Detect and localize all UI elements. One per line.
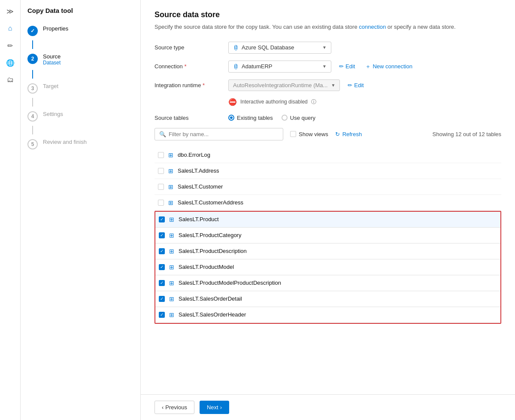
sidebar-step-review[interactable]: 5 Review and finish [21, 134, 140, 154]
table-checkbox-5[interactable]: ✓ [159, 232, 165, 238]
filter-input[interactable] [169, 131, 279, 137]
briefcase-icon[interactable]: 🗂 [3, 72, 18, 88]
table-name-8: SalesLT.ProductModelProductDescription [179, 280, 281, 286]
page-description: Specify the source data store for the co… [154, 23, 501, 31]
table-row[interactable]: ✓ ⊞ SalesLT.ProductModel [155, 259, 500, 275]
main-content: Source data store Specify the source dat… [141, 0, 515, 420]
refresh-button[interactable]: ↻ Refresh [335, 131, 362, 137]
table-row[interactable]: ⊞ SalesLT.CustomerAddress [154, 195, 501, 211]
table-icon-0: ⊞ [168, 152, 173, 158]
previous-label: Previous [165, 404, 187, 411]
filter-input-container[interactable]: 🔍 [154, 128, 283, 140]
table-checkbox-0[interactable] [158, 152, 164, 158]
table-name-3: SalesLT.CustomerAddress [178, 199, 243, 206]
show-views-checkbox-label[interactable]: Show views [290, 131, 328, 137]
table-checkbox-3[interactable] [158, 200, 164, 206]
table-row[interactable]: ⊞ SalesLT.Address [154, 163, 501, 179]
table-icon-10: ⊞ [169, 311, 174, 318]
source-type-chevron: ▼ [322, 45, 327, 50]
table-name-2: SalesLT.Customer [178, 183, 223, 190]
source-tables-row: Source tables Existing tables Use query [154, 115, 501, 121]
next-button[interactable]: Next › [200, 401, 229, 414]
warning-circle-icon: ⛔ [228, 98, 237, 106]
integration-runtime-value: AutoResolveIntegrationRuntime (Ma... [233, 82, 327, 88]
left-navigation: ≫ ⌂ ✏ 🌐 🗂 [0, 0, 21, 420]
table-name-1: SalesLT.Address [178, 167, 219, 174]
table-row[interactable]: ⊞ SalesLT.Customer [154, 179, 501, 195]
sidebar-step-settings[interactable]: 4 Settings [21, 107, 140, 126]
table-name-5: SalesLT.ProductCategory [179, 232, 241, 238]
expand-icon[interactable]: ≫ [3, 3, 18, 19]
step-sublabel-source: Dataset [43, 60, 61, 66]
connection-row: Connection * 🛢 AdatumERP ▼ ✏ Edit ＋ New … [154, 61, 501, 73]
table-checkbox-8[interactable]: ✓ [159, 280, 165, 286]
connector-3 [32, 98, 33, 107]
table-list: ⊞ dbo.ErrorLog ⊞ SalesLT.Address ⊞ Sales… [154, 147, 501, 324]
table-row[interactable]: ✓ ⊞ SalesLT.SalesOrderDetail [155, 291, 500, 307]
edit-connection-button[interactable]: ✏ Edit [336, 61, 357, 71]
previous-button[interactable]: ‹ Previous [154, 401, 194, 414]
step-label-source: Source [43, 53, 61, 60]
table-count: Showing 12 out of 12 tables [433, 131, 501, 137]
table-row[interactable]: ✓ ⊞ SalesLT.SalesOrderHeader [155, 307, 500, 323]
use-query-radio [282, 115, 288, 121]
connector-4 [32, 126, 33, 134]
integration-runtime-label: Integration runtime * [154, 82, 223, 88]
source-type-row: Source type 🛢 Azure SQL Database ▼ [154, 42, 501, 54]
authoring-warning: ⛔ Interactive authoring disabled ⓘ [228, 98, 501, 106]
source-type-value: Azure SQL Database [242, 44, 294, 51]
integration-runtime-row: Integration runtime * AutoResolveIntegra… [154, 79, 501, 91]
table-icon-3: ⊞ [168, 199, 173, 206]
table-row[interactable]: ✓ ⊞ SalesLT.ProductCategory [155, 228, 500, 243]
table-name-4: SalesLT.Product [179, 216, 219, 222]
step-indicator-settings: 4 [27, 111, 38, 122]
new-connection-button[interactable]: ＋ New connection [363, 61, 415, 72]
source-tables-label: Source tables [154, 115, 223, 121]
plus-icon: ＋ [365, 63, 371, 70]
edit-connection-label: Edit [345, 63, 355, 70]
refresh-icon: ↻ [335, 131, 340, 137]
step-label-properties: Properties [43, 25, 68, 32]
step-indicator-target: 3 [27, 83, 38, 94]
integration-runtime-dropdown[interactable]: AutoResolveIntegrationRuntime (Ma... ▼ [228, 79, 340, 91]
sidebar-title: Copy Data tool [21, 7, 140, 21]
table-row[interactable]: ⊞ dbo.ErrorLog [154, 147, 501, 163]
existing-tables-option[interactable]: Existing tables [228, 115, 273, 121]
globe-icon[interactable]: 🌐 [3, 55, 18, 70]
next-label: Next [207, 404, 218, 411]
pencil-icon[interactable]: ✏ [3, 38, 18, 53]
table-checkbox-9[interactable]: ✓ [159, 296, 165, 302]
sidebar-step-properties[interactable]: ✓ Properties [21, 21, 140, 40]
sidebar-step-target[interactable]: 3 Target [21, 79, 140, 98]
step-label-settings: Settings [43, 111, 63, 117]
home-icon[interactable]: ⌂ [3, 21, 18, 36]
edit-runtime-pencil-icon: ✏ [348, 82, 352, 88]
sidebar-step-source[interactable]: 2 Source Dataset [21, 49, 140, 70]
connection-dropdown[interactable]: 🛢 AdatumERP ▼ [228, 61, 331, 73]
show-views-checkbox[interactable] [290, 131, 296, 137]
table-name-7: SalesLT.ProductModel [179, 264, 234, 270]
source-type-dropdown[interactable]: 🛢 Azure SQL Database ▼ [228, 42, 331, 54]
step-label-review: Review and finish [43, 139, 87, 145]
table-checkbox-10[interactable]: ✓ [159, 312, 165, 318]
new-connection-label: New connection [373, 63, 412, 70]
table-row[interactable]: ✓ ⊞ SalesLT.Product [155, 212, 500, 228]
table-row[interactable]: ✓ ⊞ SalesLT.ProductDescription [155, 243, 500, 259]
table-checkbox-2[interactable] [158, 184, 164, 190]
table-checkbox-1[interactable] [158, 168, 164, 174]
connection-link[interactable]: connection [359, 24, 386, 30]
edit-runtime-button[interactable]: ✏ Edit [345, 80, 366, 90]
table-checkbox-6[interactable]: ✓ [159, 248, 165, 254]
connection-label: Connection * [154, 63, 223, 70]
authoring-warning-text: Interactive authoring disabled [240, 99, 308, 105]
table-checkbox-7[interactable]: ✓ [159, 264, 165, 270]
table-icon-4: ⊞ [169, 216, 174, 223]
connection-value: AdatumERP [242, 63, 273, 70]
table-row[interactable]: ✓ ⊞ SalesLT.ProductModelProductDescripti… [155, 275, 500, 291]
connection-db-icon: 🛢 [233, 63, 239, 70]
azure-sql-icon: 🛢 [233, 44, 239, 51]
use-query-option[interactable]: Use query [282, 115, 315, 121]
integration-runtime-chevron: ▼ [331, 83, 335, 88]
table-checkbox-4[interactable]: ✓ [159, 216, 165, 222]
source-type-label: Source type [154, 44, 223, 51]
